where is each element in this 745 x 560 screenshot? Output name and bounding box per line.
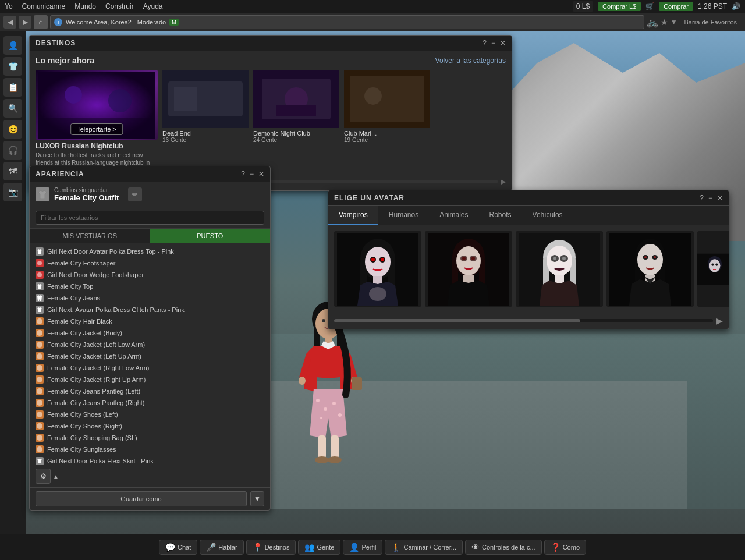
sidebar-avatar-icon[interactable]: 👤	[3, 36, 22, 55]
sidebar-profile-icon[interactable]: 😊	[3, 120, 22, 139]
avatar-tab-robots[interactable]: Robots	[479, 206, 522, 225]
sidebar-search-icon[interactable]: 🔍	[3, 99, 22, 118]
appearance-bottom-controls: ⚙ ▲	[30, 465, 270, 487]
avatar-card-3[interactable]	[516, 231, 603, 307]
taskbar-profile-button[interactable]: 👤 Perfil	[343, 540, 382, 555]
sidebar-camera-icon[interactable]: 📷	[3, 183, 22, 201]
avatar-chooser-minimize-button[interactable]: −	[708, 194, 712, 202]
taskbar-help-button[interactable]: ❓ Cómo	[544, 540, 586, 555]
nav-home-button[interactable]: ⌂	[34, 15, 48, 29]
volume-icon[interactable]: 🔊	[732, 2, 740, 10]
destinations-card-3[interactable]: Club Mari... 19 Gente	[344, 70, 430, 174]
wardrobe-item-3[interactable]: Female City Top	[30, 281, 270, 292]
sidebar-clothing-icon[interactable]: 👕	[3, 57, 22, 76]
sidebar-inventory-icon[interactable]: 📋	[3, 78, 22, 97]
destinations-close-button[interactable]: ✕	[500, 39, 506, 47]
wardrobe-item-5[interactable]: Girl Next. Avatar Polka Dress Glitch Pan…	[30, 304, 270, 316]
avatar-tab-animales[interactable]: Animales	[429, 206, 478, 225]
taskbar-walk-button[interactable]: 🚶 Caminar / Correr...	[385, 540, 462, 555]
wardrobe-item-2[interactable]: Girl Next Door Wedge Footshaper	[30, 269, 270, 281]
menu-mundo[interactable]: Mundo	[74, 2, 96, 10]
address-bar[interactable]: i Welcome Area, Korea2 - Moderado M	[50, 15, 644, 29]
wardrobe-item-1[interactable]: Female City Footshaper	[30, 257, 270, 269]
destinations-back-link[interactable]: Volver a las categorías	[435, 56, 506, 65]
menu-ayuda[interactable]: Ayuda	[143, 2, 163, 10]
speak-icon: 🎤	[206, 543, 216, 552]
destinations-card-3-people: 19 Gente	[344, 137, 430, 143]
wardrobe-item-4[interactable]: Female City Jeans	[30, 292, 270, 304]
taskbar-camera-controls-button[interactable]: 👁 Controles de la c...	[465, 540, 542, 555]
wardrobe-item-11[interactable]: Female City Jacket (Right Up Arm)	[30, 374, 270, 385]
wardrobe-item-12[interactable]: Female City Jeans Pantleg (Left)	[30, 385, 270, 397]
wardrobe-item-13[interactable]: Female City Jeans Pantleg (Right)	[30, 397, 270, 409]
sidebar-music-icon[interactable]: 🎧	[3, 141, 22, 160]
wardrobe-item-14[interactable]: Female City Shoes (Left)	[30, 409, 270, 420]
taskbar-people-button[interactable]: 👥 Gente	[298, 540, 340, 555]
taskbar-destinations-button[interactable]: 📍 Destinos	[246, 540, 296, 555]
profile-icon: 👤	[349, 543, 359, 552]
menu-yo[interactable]: Yo	[5, 2, 13, 10]
wardrobe-item-9[interactable]: Female City Jacket (Left Up Arm)	[30, 350, 270, 362]
tab-my-outfits[interactable]: MIS VESTUARIOS	[30, 229, 150, 243]
menu-comunicarme[interactable]: Comunicarme	[22, 2, 66, 10]
search-input[interactable]	[36, 211, 264, 225]
save-as-button[interactable]: Guardar como	[36, 491, 247, 506]
teleport-button[interactable]: Teleportarte >	[70, 123, 123, 135]
sidebar-map-icon[interactable]: 🗺	[3, 162, 22, 180]
avatar-card-5[interactable]	[697, 231, 729, 307]
destinations-minimize-button[interactable]: −	[491, 39, 495, 47]
item-icon-1	[36, 259, 44, 267]
wardrobe-list[interactable]: Girl Next Door Avatar Polka Dress Top - …	[30, 243, 270, 465]
avatar-tab-humanos[interactable]: Humanos	[378, 206, 429, 225]
avatar-tab-vehiculos[interactable]: Vehículos	[522, 206, 573, 225]
wardrobe-item-name-7: Female City Jacket (Body)	[47, 329, 122, 336]
avatar-card-4[interactable]	[606, 231, 694, 307]
taskbar-chat-button[interactable]: 💬 Chat	[159, 540, 197, 555]
svg-point-88	[644, 256, 647, 258]
destinations-card-2[interactable]: Demonic Night Club 24 Gente	[253, 70, 339, 174]
avatar-scroll-track[interactable]	[334, 319, 713, 322]
destinations-help-button[interactable]: ?	[483, 39, 487, 47]
buy-button[interactable]: 🛒	[645, 2, 654, 10]
avatar-chooser-help-button[interactable]: ?	[700, 194, 704, 202]
buy-lindens-button[interactable]: Comprar L$	[598, 2, 641, 11]
gear-settings-button[interactable]: ⚙	[36, 469, 51, 484]
edit-outfit-button[interactable]: ✏	[128, 187, 142, 201]
wardrobe-item-8[interactable]: Female City Jacket (Left Low Arm)	[30, 339, 270, 350]
item-icon-13	[36, 399, 44, 407]
svg-point-69	[471, 257, 475, 260]
wardrobe-item-10[interactable]: Female City Jacket (Right Low Arm)	[30, 362, 270, 374]
save-dropdown-button[interactable]: ▼	[250, 491, 264, 506]
dropdown-icon[interactable]: ▼	[670, 18, 677, 26]
tab-worn[interactable]: PUESTO	[150, 229, 271, 243]
avatar-scroll-right-arrow[interactable]: ▶	[716, 316, 723, 325]
nav-forward-button[interactable]: ▶	[19, 16, 31, 29]
buy2-button[interactable]: Comprar	[659, 2, 693, 11]
wardrobe-item-name-2: Girl Next Door Wedge Footshaper	[47, 271, 144, 278]
wardrobe-item-0[interactable]: Girl Next Door Avatar Polka Dress Top - …	[30, 246, 270, 257]
wardrobe-item-17[interactable]: Female City Sunglasses	[30, 444, 270, 455]
appearance-minimize-button[interactable]: −	[250, 170, 254, 178]
avatar-card-2[interactable]	[425, 231, 512, 307]
avatar-card-1[interactable]	[334, 231, 421, 307]
wardrobe-item-6[interactable]: Female City Hair Black	[30, 316, 270, 327]
appearance-close-button[interactable]: ✕	[258, 170, 264, 178]
avatar-chooser-header: ELIGE UN AVATAR ? − ✕	[328, 190, 729, 206]
wardrobe-item-16[interactable]: Female City Shopping Bag (SL)	[30, 432, 270, 444]
avatar-tab-vampiros[interactable]: Vampiros	[328, 206, 378, 225]
wardrobe-item-7[interactable]: Female City Jacket (Body)	[30, 327, 270, 339]
item-icon-17	[36, 445, 44, 453]
menu-construir[interactable]: Construir	[105, 2, 134, 10]
svg-point-13	[338, 413, 342, 417]
wardrobe-item-name-4: Female City Jeans	[47, 295, 100, 302]
destinations-card-1[interactable]: Dead End 16 Gente	[162, 70, 249, 174]
wardrobe-item-15[interactable]: Female City Shoes (Right)	[30, 420, 270, 432]
avatar-chooser-close-button[interactable]: ✕	[717, 194, 723, 202]
appearance-help-button[interactable]: ?	[241, 170, 245, 178]
star-icon[interactable]: ★	[661, 17, 668, 27]
taskbar-speak-button[interactable]: 🎤 Hablar	[200, 540, 243, 555]
dest-scroll-right-arrow[interactable]: ▶	[501, 178, 506, 186]
destinations-featured-card[interactable]: Teleportarte > LUXOR Russian Nightclub D…	[36, 70, 158, 174]
nav-back-button[interactable]: ◀	[3, 16, 16, 29]
wardrobe-item-18[interactable]: Girl Next Door Polka Flexi Skirt - Pink	[30, 455, 270, 465]
